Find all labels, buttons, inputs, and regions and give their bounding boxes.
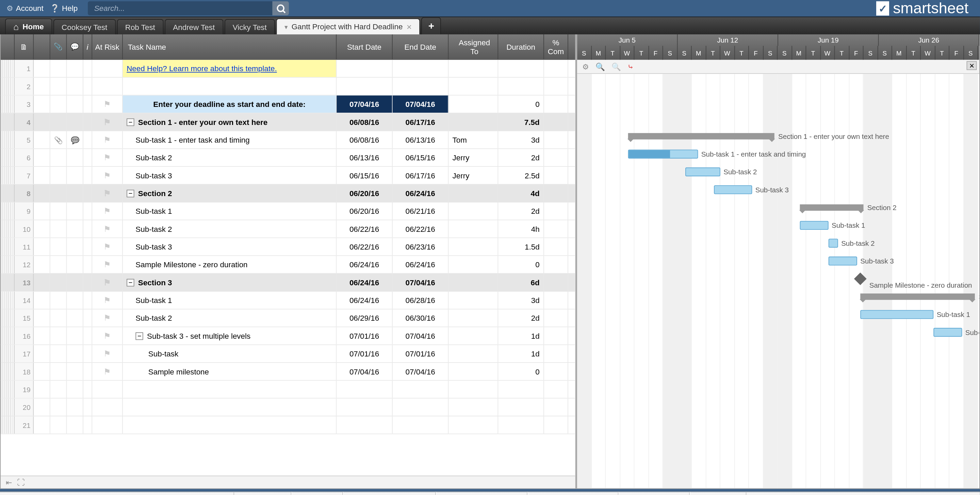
end-date-cell[interactable]: 06/24/16 [393, 185, 449, 202]
duration-cell[interactable]: 3d [498, 291, 544, 309]
end-date-cell[interactable] [393, 380, 449, 398]
row-handle[interactable] [1, 149, 14, 166]
cell[interactable] [34, 149, 50, 166]
cell[interactable] [34, 399, 50, 416]
start-date-cell[interactable] [337, 78, 393, 95]
assigned-cell[interactable] [449, 274, 498, 291]
attachment-cell[interactable] [50, 113, 67, 131]
tab-sheet[interactable]: Vicky Test [224, 19, 275, 34]
gantt-row[interactable] [577, 92, 979, 109]
end-date-cell[interactable] [393, 416, 449, 433]
assigned-cell[interactable] [449, 256, 498, 273]
row-handle[interactable] [1, 60, 14, 77]
complete-cell[interactable] [544, 327, 568, 344]
start-date-cell[interactable]: 07/04/16 [337, 363, 393, 380]
task-name-cell[interactable]: Sub-task [123, 345, 337, 362]
start-date-cell[interactable]: 07/01/16 [337, 327, 393, 344]
info-cell[interactable] [83, 95, 92, 113]
row-number[interactable]: 21 [14, 416, 34, 433]
task-name-cell[interactable] [123, 416, 337, 433]
duration-cell[interactable]: 1d [498, 345, 544, 362]
info-cell[interactable] [83, 363, 92, 380]
info-cell[interactable] [83, 238, 92, 255]
gantt-row[interactable]: Sub-task 2 [577, 323, 979, 341]
attachment-cell[interactable] [50, 149, 67, 166]
close-gantt-button[interactable]: ✕ [967, 61, 977, 70]
task-name-cell[interactable]: −Section 1 - enter your own text here [123, 113, 337, 131]
info-cell[interactable] [83, 416, 92, 433]
row-number[interactable]: 18 [14, 363, 34, 380]
assigned-cell[interactable] [449, 327, 498, 344]
attachments-button[interactable]: Attachments (2) [343, 492, 436, 495]
discussion-cell[interactable] [67, 220, 83, 237]
gantt-settячо-icon[interactable]: ⚙ [582, 62, 589, 71]
cell[interactable] [34, 291, 50, 309]
assigned-cell[interactable] [449, 238, 498, 255]
row-handle[interactable] [1, 131, 14, 148]
attachment-cell[interactable] [50, 309, 67, 326]
info-cell[interactable] [83, 256, 92, 273]
grid-row[interactable]: 7Sub-task 306/15/1606/17/16Jerry2.5d [1, 167, 576, 185]
cell[interactable] [34, 327, 50, 344]
row-handle[interactable] [1, 380, 14, 398]
discussion-cell[interactable] [67, 131, 83, 148]
gantt-bar[interactable]: Sample Milestone - zero duration [854, 273, 867, 285]
row-handle[interactable] [1, 78, 14, 95]
start-date-cell[interactable]: 06/22/16 [337, 238, 393, 255]
task-name-cell[interactable] [123, 399, 337, 416]
start-date-cell[interactable] [337, 416, 393, 433]
row-handle[interactable] [1, 291, 14, 309]
complete-cell[interactable] [544, 95, 568, 113]
info-cell[interactable] [83, 60, 92, 77]
complete-cell[interactable] [544, 220, 568, 237]
cell[interactable] [34, 185, 50, 202]
end-date-cell[interactable] [393, 399, 449, 416]
assigned-cell[interactable] [449, 399, 498, 416]
row-number[interactable]: 5 [14, 131, 34, 148]
col-at-risk[interactable]: At Risk [92, 34, 123, 59]
discussion-cell[interactable] [67, 274, 83, 291]
discussion-cell[interactable] [67, 113, 83, 131]
gantt-bar[interactable]: Sub-task 3 [829, 257, 857, 266]
duration-cell[interactable] [498, 380, 544, 398]
zoom-out-icon[interactable]: 🔍 [595, 62, 605, 71]
duration-cell[interactable] [498, 416, 544, 433]
assigned-cell[interactable] [449, 309, 498, 326]
discussion-cell[interactable] [67, 416, 83, 433]
cell[interactable] [34, 113, 50, 131]
task-name-cell[interactable]: Sub-task 2 [123, 309, 337, 326]
discussion-cell[interactable] [67, 399, 83, 416]
gantt-bar[interactable]: Sub-task 1 [860, 310, 933, 319]
task-name-cell[interactable]: −Section 3 [123, 274, 337, 291]
attachment-cell[interactable] [50, 202, 67, 220]
info-cell[interactable] [83, 185, 92, 202]
duration-cell[interactable]: 2d [498, 309, 544, 326]
end-date-cell[interactable]: 06/13/16 [393, 131, 449, 148]
end-date-cell[interactable]: 06/22/16 [393, 220, 449, 237]
help-link[interactable]: Need Help? Learn more about this templat… [127, 64, 277, 73]
alerts-button[interactable]: Alerts [291, 492, 343, 495]
start-date-cell[interactable]: 06/08/16 [337, 113, 393, 131]
row-handle[interactable] [1, 202, 14, 220]
info-cell[interactable] [83, 327, 92, 344]
grid-row[interactable]: 21 [1, 416, 576, 434]
tab-sheet[interactable]: Cooksey Test [53, 19, 116, 34]
collapse-icon[interactable]: − [127, 279, 134, 286]
attachment-cell[interactable] [50, 363, 67, 380]
discussion-cell[interactable] [67, 78, 83, 95]
col-end-date[interactable]: End Date [393, 34, 449, 59]
duration-cell[interactable]: 7.5d [498, 113, 544, 131]
help-link[interactable]: Help [50, 4, 78, 13]
complete-cell[interactable] [544, 380, 568, 398]
risk-cell[interactable] [92, 238, 123, 255]
risk-cell[interactable] [92, 274, 123, 291]
grid-row[interactable]: 19 [1, 380, 576, 398]
tab-active[interactable]: Gantt Project with Hard Deadline [276, 18, 420, 34]
cell[interactable] [34, 220, 50, 237]
complete-cell[interactable] [544, 309, 568, 326]
cell[interactable] [34, 256, 50, 273]
row-number[interactable]: 3 [14, 95, 34, 113]
jump-first-icon[interactable]: ⇤ [6, 477, 12, 487]
complete-cell[interactable] [544, 202, 568, 220]
assigned-cell[interactable] [449, 78, 498, 95]
